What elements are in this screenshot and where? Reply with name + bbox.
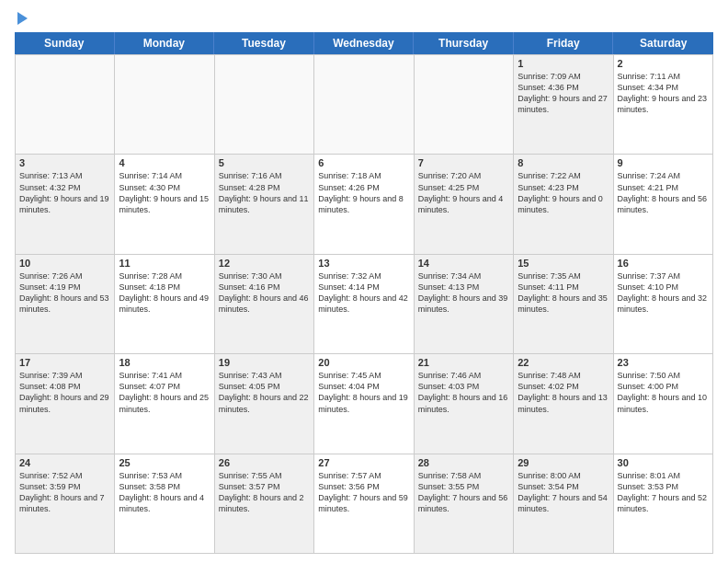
cell-info: Sunrise: 7:57 AM Sunset: 3:56 PM Dayligh… [318, 470, 409, 515]
cell-info: Sunrise: 7:41 AM Sunset: 4:07 PM Dayligh… [119, 370, 210, 415]
cell-info: Sunrise: 7:11 AM Sunset: 4:34 PM Dayligh… [618, 71, 709, 116]
logo-arrow-icon [17, 12, 28, 25]
day-number: 19 [219, 357, 310, 368]
cell-info: Sunrise: 7:14 AM Sunset: 4:30 PM Dayligh… [119, 170, 210, 215]
cal-cell-15: 15Sunrise: 7:35 AM Sunset: 4:11 PM Dayli… [514, 255, 613, 354]
cell-info: Sunrise: 7:30 AM Sunset: 4:16 PM Dayligh… [219, 270, 310, 316]
cell-info: Sunrise: 7:43 AM Sunset: 4:05 PM Dayligh… [219, 370, 310, 415]
day-number: 23 [618, 357, 709, 368]
day-header-monday: Monday [115, 32, 215, 54]
day-number: 2 [618, 58, 709, 69]
cell-info: Sunrise: 7:20 AM Sunset: 4:25 PM Dayligh… [418, 170, 509, 215]
cal-cell-8: 8Sunrise: 7:22 AM Sunset: 4:23 PM Daylig… [514, 155, 613, 254]
day-number: 13 [318, 258, 409, 269]
cell-info: Sunrise: 7:24 AM Sunset: 4:21 PM Dayligh… [618, 170, 709, 215]
cal-cell-9: 9Sunrise: 7:24 AM Sunset: 4:21 PM Daylig… [614, 155, 713, 254]
cal-cell-12: 12Sunrise: 7:30 AM Sunset: 4:16 PM Dayli… [215, 255, 314, 354]
cal-cell-26: 26Sunrise: 7:55 AM Sunset: 3:57 PM Dayli… [215, 454, 314, 554]
calendar: SundayMondayTuesdayWednesdayThursdayFrid… [15, 32, 713, 554]
cell-info: Sunrise: 7:26 AM Sunset: 4:19 PM Dayligh… [19, 270, 110, 316]
cell-info: Sunrise: 7:46 AM Sunset: 4:03 PM Dayligh… [418, 370, 509, 415]
day-number: 28 [418, 457, 509, 468]
calendar-body: 1Sunrise: 7:09 AM Sunset: 4:36 PM Daylig… [15, 54, 713, 554]
day-number: 8 [518, 157, 609, 168]
day-number: 10 [19, 258, 110, 269]
cal-cell-7: 7Sunrise: 7:20 AM Sunset: 4:25 PM Daylig… [415, 155, 514, 254]
day-number: 6 [318, 157, 409, 168]
cell-info: Sunrise: 7:34 AM Sunset: 4:13 PM Dayligh… [418, 270, 509, 316]
cell-info: Sunrise: 7:35 AM Sunset: 4:11 PM Dayligh… [518, 270, 609, 316]
cell-info: Sunrise: 7:48 AM Sunset: 4:02 PM Dayligh… [518, 370, 609, 415]
cell-info: Sunrise: 7:53 AM Sunset: 3:58 PM Dayligh… [119, 470, 210, 515]
calendar-header: SundayMondayTuesdayWednesdayThursdayFrid… [15, 32, 713, 54]
cal-cell-4: 4Sunrise: 7:14 AM Sunset: 4:30 PM Daylig… [115, 155, 214, 254]
cal-cell-24: 24Sunrise: 7:52 AM Sunset: 3:59 PM Dayli… [16, 454, 115, 554]
day-number: 20 [318, 357, 409, 368]
day-number: 16 [618, 258, 709, 269]
cell-info: Sunrise: 7:58 AM Sunset: 3:55 PM Dayligh… [418, 470, 509, 515]
cal-cell-20: 20Sunrise: 7:45 AM Sunset: 4:04 PM Dayli… [314, 354, 414, 454]
cell-info: Sunrise: 7:55 AM Sunset: 3:57 PM Dayligh… [219, 470, 310, 515]
week-row-2: 3Sunrise: 7:13 AM Sunset: 4:32 PM Daylig… [16, 155, 713, 254]
cal-cell-11: 11Sunrise: 7:28 AM Sunset: 4:18 PM Dayli… [115, 255, 214, 354]
day-number: 30 [618, 457, 709, 468]
week-row-4: 17Sunrise: 7:39 AM Sunset: 4:08 PM Dayli… [16, 354, 713, 454]
cal-cell-18: 18Sunrise: 7:41 AM Sunset: 4:07 PM Dayli… [115, 354, 214, 454]
cell-info: Sunrise: 7:45 AM Sunset: 4:04 PM Dayligh… [318, 370, 409, 415]
day-number: 5 [219, 157, 310, 168]
cal-cell-27: 27Sunrise: 7:57 AM Sunset: 3:56 PM Dayli… [314, 454, 414, 554]
cal-cell-17: 17Sunrise: 7:39 AM Sunset: 4:08 PM Dayli… [16, 354, 115, 454]
week-row-1: 1Sunrise: 7:09 AM Sunset: 4:36 PM Daylig… [16, 55, 713, 155]
header [15, 11, 713, 25]
day-number: 22 [518, 357, 609, 368]
cal-cell-28: 28Sunrise: 7:58 AM Sunset: 3:55 PM Dayli… [415, 454, 514, 554]
cell-info: Sunrise: 7:28 AM Sunset: 4:18 PM Dayligh… [119, 270, 210, 316]
cal-cell-22: 22Sunrise: 7:48 AM Sunset: 4:02 PM Dayli… [514, 354, 613, 454]
logo [15, 11, 28, 25]
cal-cell-21: 21Sunrise: 7:46 AM Sunset: 4:03 PM Dayli… [415, 354, 514, 454]
day-number: 11 [119, 258, 210, 269]
day-number: 24 [19, 457, 110, 468]
day-number: 3 [19, 157, 110, 168]
day-number: 12 [219, 258, 310, 269]
cell-info: Sunrise: 7:50 AM Sunset: 4:00 PM Dayligh… [618, 370, 709, 415]
cal-cell-empty-2 [215, 55, 314, 155]
cal-cell-10: 10Sunrise: 7:26 AM Sunset: 4:19 PM Dayli… [16, 255, 115, 354]
cell-info: Sunrise: 8:00 AM Sunset: 3:54 PM Dayligh… [518, 470, 609, 515]
day-header-friday: Friday [514, 32, 614, 54]
day-number: 21 [418, 357, 509, 368]
cal-cell-16: 16Sunrise: 7:37 AM Sunset: 4:10 PM Dayli… [614, 255, 713, 354]
cal-cell-3: 3Sunrise: 7:13 AM Sunset: 4:32 PM Daylig… [16, 155, 115, 254]
cal-cell-6: 6Sunrise: 7:18 AM Sunset: 4:26 PM Daylig… [314, 155, 414, 254]
cell-info: Sunrise: 7:32 AM Sunset: 4:14 PM Dayligh… [318, 270, 409, 316]
day-number: 25 [119, 457, 210, 468]
logo-text [15, 11, 28, 25]
cal-cell-empty-0 [16, 55, 115, 155]
day-header-thursday: Thursday [414, 32, 514, 54]
cal-cell-5: 5Sunrise: 7:16 AM Sunset: 4:28 PM Daylig… [215, 155, 314, 254]
day-header-wednesday: Wednesday [314, 32, 415, 54]
day-number: 4 [119, 157, 210, 168]
day-number: 15 [518, 258, 609, 269]
day-number: 29 [518, 457, 609, 468]
cal-cell-14: 14Sunrise: 7:34 AM Sunset: 4:13 PM Dayli… [415, 255, 514, 354]
cal-cell-29: 29Sunrise: 8:00 AM Sunset: 3:54 PM Dayli… [514, 454, 613, 554]
cell-info: Sunrise: 7:22 AM Sunset: 4:23 PM Dayligh… [518, 170, 609, 215]
week-row-5: 24Sunrise: 7:52 AM Sunset: 3:59 PM Dayli… [16, 454, 713, 554]
day-number: 26 [219, 457, 310, 468]
cal-cell-empty-4 [415, 55, 514, 155]
cell-info: Sunrise: 8:01 AM Sunset: 3:53 PM Dayligh… [618, 470, 709, 515]
cell-info: Sunrise: 7:13 AM Sunset: 4:32 PM Dayligh… [19, 170, 110, 215]
page: SundayMondayTuesdayWednesdayThursdayFrid… [0, 0, 728, 563]
cal-cell-2: 2Sunrise: 7:11 AM Sunset: 4:34 PM Daylig… [614, 55, 713, 155]
day-number: 7 [418, 157, 509, 168]
cell-info: Sunrise: 7:16 AM Sunset: 4:28 PM Dayligh… [219, 170, 310, 215]
cal-cell-13: 13Sunrise: 7:32 AM Sunset: 4:14 PM Dayli… [314, 255, 414, 354]
day-number: 18 [119, 357, 210, 368]
day-header-tuesday: Tuesday [214, 32, 314, 54]
day-header-sunday: Sunday [15, 32, 115, 54]
cell-info: Sunrise: 7:37 AM Sunset: 4:10 PM Dayligh… [618, 270, 709, 316]
cal-cell-empty-3 [314, 55, 414, 155]
cell-info: Sunrise: 7:18 AM Sunset: 4:26 PM Dayligh… [318, 170, 409, 215]
day-number: 17 [19, 357, 110, 368]
